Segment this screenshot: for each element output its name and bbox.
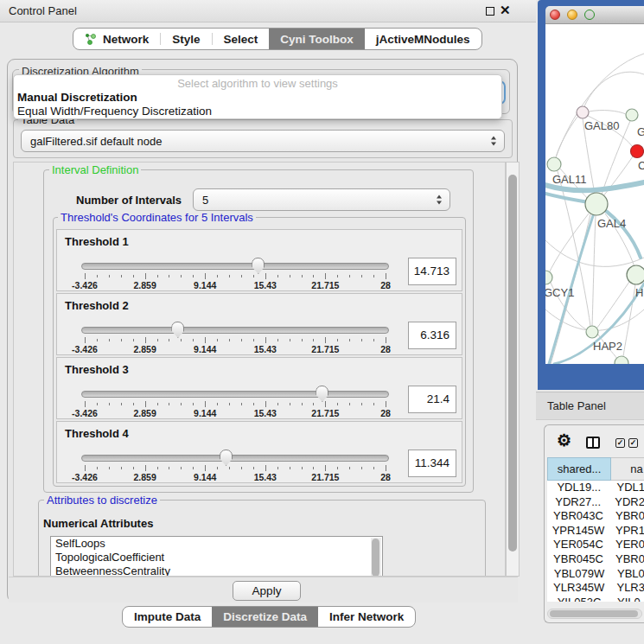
tab-style[interactable]: Style [161, 29, 211, 49]
threshold-slider[interactable]: -3.4262.8599.14415.4321.71528 [81, 261, 389, 290]
tick-mark [193, 403, 194, 405]
slider-track[interactable] [81, 263, 389, 270]
slider-track[interactable] [81, 391, 389, 398]
scrollbar-thumb[interactable] [372, 539, 379, 577]
slider-thumb[interactable] [220, 450, 233, 466]
node-label-GAL4: GAL4 [597, 217, 626, 230]
float-window-icon[interactable] [486, 7, 494, 16]
slider-thumb[interactable] [252, 258, 265, 274]
minimize-traffic-light[interactable] [567, 10, 577, 20]
tab-cyni-toolbox[interactable]: Cyni Toolbox [269, 29, 365, 49]
tick-mark [85, 273, 86, 279]
columns-icon[interactable] [586, 437, 600, 449]
threshold-value-field[interactable]: 21.4 [408, 386, 456, 413]
tick-mark [349, 339, 350, 341]
horizontal-scrollbar[interactable] [547, 609, 642, 619]
column-header-shared[interactable]: shared... [547, 457, 611, 481]
cell-name[interactable]: YBL0 [611, 567, 644, 582]
cell-shared-name[interactable]: YBR045C [547, 552, 609, 567]
network-node-node-right[interactable] [627, 265, 644, 284]
network-node-GAL4-node[interactable] [585, 193, 608, 215]
cell-shared-name[interactable]: YBR043C [547, 509, 609, 524]
cell-shared-name[interactable]: YLR345W [547, 581, 610, 596]
slider-thumb[interactable] [316, 386, 328, 402]
scrollbar-thumb[interactable] [508, 175, 517, 552]
gear-icon[interactable]: ⚙ [557, 430, 571, 450]
dropdown-option-manual[interactable]: Manual Discretization [14, 91, 501, 105]
tick-mark [313, 339, 314, 341]
cell-shared-name[interactable]: YPR145W [547, 524, 609, 539]
tab-network[interactable]: Network [73, 29, 160, 49]
list-item[interactable]: BetweennessCentrality [51, 564, 382, 577]
threshold-value-field[interactable]: 14.713 [408, 258, 456, 285]
table-row[interactable]: YPR145WYPR1 [547, 524, 644, 539]
checkbox-icon[interactable]: ✓ [615, 438, 625, 448]
table-row[interactable]: YBR043CYBR0 [547, 509, 644, 524]
table-data-combobox[interactable]: galFiltered.sif default node [21, 130, 505, 152]
tick-mark [109, 467, 110, 469]
table-row[interactable]: YLR345WYLR3 [547, 581, 644, 596]
slider-track[interactable] [81, 455, 389, 462]
cell-shared-name[interactable]: YIL053C [547, 596, 611, 602]
threshold-slider[interactable]: -3.4262.8599.14415.4321.71528 [81, 389, 389, 418]
close-icon[interactable]: ✕ [500, 3, 511, 18]
dropdown-option-equal-width[interactable]: Equal Width/Frequency Discretization [14, 105, 501, 118]
cell-name[interactable]: YLR3 [610, 581, 644, 596]
table-body[interactable]: YDL19...YDL1YDR27...YDR2YBR043CYBR0YPR14… [547, 481, 644, 602]
column-header-name[interactable]: na [611, 457, 644, 481]
close-traffic-light[interactable] [550, 10, 560, 20]
cell-shared-name[interactable]: YDR27... [547, 495, 609, 510]
num-intervals-combobox[interactable]: 5 [193, 188, 450, 211]
scrollbar-thumb[interactable] [550, 610, 638, 617]
table-row[interactable]: YDL19...YDL1 [547, 481, 644, 495]
table-row[interactable]: YBL079WYBL0 [547, 567, 644, 582]
list-item[interactable]: TopologicalCoefficient [51, 551, 382, 564]
table-row[interactable]: YDR27...YDR2 [547, 495, 644, 510]
tick-label: 15.43 [254, 280, 277, 290]
network-node-HAP2-node[interactable] [586, 326, 598, 338]
threshold-label: Threshold 2 [65, 299, 129, 312]
cell-name[interactable]: YIL0 [611, 596, 641, 602]
cell-name[interactable]: YBR0 [609, 509, 644, 524]
cell-shared-name[interactable]: YBL079W [547, 567, 611, 582]
network-node-GAL80-node[interactable] [577, 106, 589, 118]
threshold-value-field[interactable]: 6.316 [408, 322, 456, 349]
list-scrollbar[interactable] [371, 538, 381, 577]
network-node-node-top-right[interactable] [626, 109, 638, 121]
cell-name[interactable]: YER0 [609, 538, 644, 552]
list-item[interactable]: SelfLoops [51, 537, 382, 551]
network-node-GAL11-node[interactable] [547, 157, 561, 171]
numerical-attributes-list[interactable]: SelfLoopsTopologicalCoefficientBetweenne… [50, 536, 383, 577]
table-row[interactable]: YBR045CYBR0 [547, 552, 644, 567]
tick-mark [229, 339, 230, 341]
tab-impute-data[interactable]: Impute Data [123, 607, 212, 627]
cell-name[interactable]: YBR0 [609, 552, 644, 567]
slider-thumb[interactable] [171, 322, 184, 338]
network-canvas[interactable]: GAL80GAL11GAL4GCY1HAP2HGC [545, 24, 644, 364]
table-row[interactable]: YER054CYER0 [547, 538, 644, 552]
tick-mark [265, 273, 266, 279]
tick-mark [290, 403, 290, 405]
cell-name[interactable]: YDR2 [609, 495, 644, 510]
cell-shared-name[interactable]: YER054C [547, 538, 609, 552]
apply-button[interactable]: Apply [233, 581, 301, 601]
zoom-traffic-light[interactable] [584, 10, 595, 20]
tab-discretize-data[interactable]: Discretize Data [212, 607, 318, 627]
slider-track[interactable] [81, 327, 389, 334]
tab-jactivemnodules[interactable]: jActiveMNodules [365, 29, 481, 49]
cell-name[interactable]: YPR1 [609, 524, 644, 539]
table-data-value: galFiltered.sif default node [30, 135, 162, 148]
table-row[interactable]: YIL053CYIL0 [547, 596, 644, 602]
threshold-slider[interactable]: -3.4262.8599.14415.4321.71528 [81, 453, 389, 482]
tab-select[interactable]: Select [213, 29, 270, 49]
tab-infer-network[interactable]: Infer Network [318, 607, 415, 627]
vertical-scrollbar[interactable] [506, 162, 520, 577]
threshold-slider[interactable]: -3.4262.8599.14415.4321.71528 [81, 325, 389, 354]
network-window-titlebar[interactable] [545, 6, 644, 24]
checkbox-icon[interactable]: ✓ [628, 438, 638, 448]
threshold-value-field[interactable]: 11.344 [408, 450, 456, 477]
network-node-GCY1-node[interactable] [545, 271, 552, 284]
cell-name[interactable]: YDL1 [610, 481, 644, 495]
network-node-red-node[interactable] [631, 145, 644, 158]
cell-shared-name[interactable]: YDL19... [547, 481, 610, 495]
